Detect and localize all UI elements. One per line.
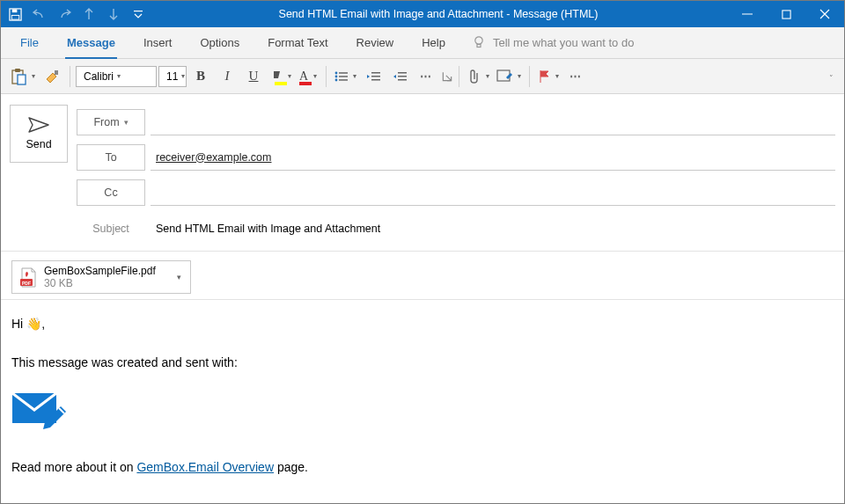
svg-rect-17 (339, 79, 348, 81)
chevron-down-icon: ▾ (514, 72, 521, 80)
svg-text:PDF: PDF (22, 281, 31, 286)
svg-rect-19 (371, 76, 380, 77)
dialog-launcher-icon[interactable] (441, 70, 453, 83)
svg-rect-10 (18, 75, 26, 84)
save-icon[interactable] (4, 4, 26, 25)
svg-rect-18 (371, 72, 380, 74)
ribbon-tabs: File Message Insert Options Format Text … (1, 27, 844, 59)
bold-button[interactable]: B (188, 64, 213, 89)
chevron-down-icon: ▾ (178, 72, 185, 80)
close-button[interactable] (805, 1, 844, 27)
font-color-button[interactable]: A ▾ (296, 64, 320, 89)
svg-point-6 (475, 37, 482, 44)
chevron-down-icon: ▾ (349, 72, 356, 80)
minimize-button[interactable] (728, 1, 767, 27)
decrease-indent-button[interactable] (361, 64, 386, 89)
body-line-greeting: Hi 👋, (11, 316, 834, 333)
message-body[interactable]: Hi 👋, This message was created and sent … (1, 300, 844, 504)
from-field[interactable] (151, 109, 835, 135)
svg-point-16 (335, 78, 338, 81)
chevron-down-icon: ▾ (552, 72, 559, 80)
next-icon[interactable] (103, 4, 124, 25)
follow-up-button[interactable]: ▾ (535, 64, 562, 89)
send-icon (28, 117, 49, 133)
svg-rect-11 (55, 70, 58, 75)
tell-me-placeholder: Tell me what you want to do (493, 36, 634, 49)
font-size-select[interactable]: 11▾ (158, 66, 187, 87)
tab-options[interactable]: Options (186, 26, 254, 58)
more-commands-button[interactable]: ⋯ (563, 64, 588, 89)
highlight-button[interactable]: ▾ (268, 64, 294, 89)
tab-file[interactable]: File (6, 26, 53, 58)
svg-point-12 (335, 71, 338, 74)
subject-label: Subject (77, 223, 145, 235)
title-bar: Send HTML Email with Image and Attachmen… (1, 1, 844, 27)
chevron-down-icon: ▾ (482, 72, 489, 80)
chevron-down-icon: ▾ (28, 72, 35, 80)
undo-icon[interactable] (29, 4, 50, 25)
svg-rect-21 (398, 72, 407, 74)
tab-review[interactable]: Review (342, 26, 408, 58)
tell-me-search[interactable]: Tell me what you want to do (472, 26, 634, 58)
svg-rect-13 (339, 72, 348, 74)
customize-qat-icon[interactable] (128, 4, 149, 25)
svg-rect-22 (398, 76, 407, 77)
recipient-chip[interactable]: receiver@example.com (156, 151, 271, 164)
more-formatting-button[interactable]: ⋯ (414, 64, 438, 89)
to-button[interactable]: To (77, 144, 145, 171)
ribbon: ▾ Calibri▾ 11▾ B I U ▾ A ▾ ▾ ⋯ ▾ ▾ ▾ ⋯ ˅ (1, 59, 844, 94)
maximize-button[interactable] (767, 1, 805, 27)
svg-rect-7 (477, 45, 481, 47)
chevron-down-icon: ▾ (284, 72, 291, 80)
italic-button[interactable]: I (215, 64, 239, 89)
tab-format-text[interactable]: Format Text (254, 26, 342, 58)
pdf-icon: PDF (19, 267, 37, 287)
svg-rect-4 (742, 14, 753, 15)
subject-field[interactable]: Send HTML Email with Image and Attachmen… (151, 215, 835, 242)
lightbulb-icon (472, 35, 486, 49)
previous-icon[interactable] (78, 4, 99, 25)
cc-button[interactable]: Cc (77, 179, 145, 206)
svg-rect-2 (11, 15, 18, 19)
svg-rect-9 (15, 69, 20, 72)
svg-rect-15 (339, 76, 348, 77)
tab-message[interactable]: Message (53, 26, 129, 58)
send-label: Send (26, 138, 51, 150)
cc-field[interactable] (151, 179, 835, 206)
bullets-button[interactable]: ▾ (332, 64, 359, 89)
chevron-down-icon[interactable]: ▾ (177, 273, 181, 281)
attach-file-button[interactable]: ▾ (465, 64, 492, 89)
format-painter-button[interactable] (40, 64, 64, 89)
tab-insert[interactable]: Insert (129, 26, 187, 58)
increase-indent-button[interactable] (387, 64, 412, 89)
attachment-name: GemBoxSampleFile.pdf (44, 265, 156, 277)
svg-rect-3 (134, 11, 143, 11)
from-button[interactable]: From▾ (77, 109, 145, 135)
font-name-select[interactable]: Calibri▾ (76, 66, 157, 87)
to-field[interactable]: receiver@example.com (151, 144, 835, 171)
send-button[interactable]: Send (10, 105, 68, 163)
body-line-intro: This message was created and sent with: (11, 354, 834, 372)
svg-rect-23 (398, 79, 407, 81)
message-header: Send From▾ To receiver@example.com Cc Su… (1, 94, 844, 252)
svg-rect-24 (497, 70, 510, 81)
redo-icon[interactable] (54, 4, 75, 25)
underline-button[interactable]: U (241, 64, 266, 89)
collapse-ribbon-icon[interactable]: ˅ (829, 74, 834, 83)
body-line-readmore: Read more about it on GemBox.Email Overv… (11, 459, 834, 477)
chevron-down-icon: ▾ (114, 72, 121, 80)
tab-help[interactable]: Help (408, 26, 459, 58)
svg-rect-1 (11, 9, 17, 12)
svg-rect-20 (371, 79, 380, 81)
svg-point-14 (335, 75, 338, 77)
svg-rect-5 (782, 10, 790, 18)
email-logo-icon (11, 392, 834, 438)
chevron-down-icon: ▾ (310, 72, 317, 80)
paste-button[interactable]: ▾ (8, 64, 38, 89)
attachment-item[interactable]: PDF GemBoxSampleFile.pdf 30 KB ▾ (11, 260, 191, 294)
attachment-size: 30 KB (44, 277, 156, 289)
gembox-link[interactable]: GemBox.Email Overview (136, 460, 274, 474)
attachments-area: PDF GemBoxSampleFile.pdf 30 KB ▾ (1, 252, 844, 300)
window-title: Send HTML Email with Image and Attachmen… (149, 8, 728, 20)
signature-button[interactable]: ▾ (494, 64, 524, 89)
